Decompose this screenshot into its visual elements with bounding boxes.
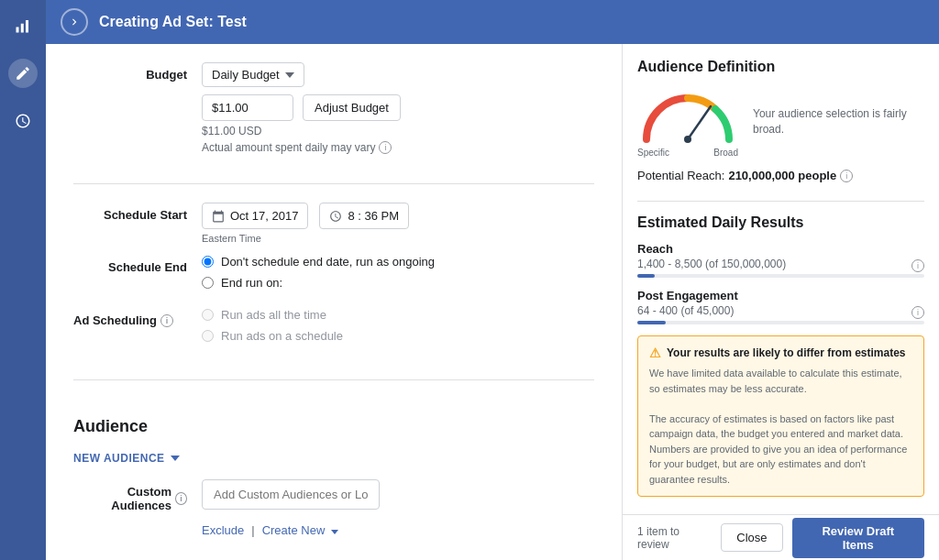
gauge-specific-label: Specific (637, 148, 669, 158)
svg-rect-0 (17, 27, 19, 33)
all-time-radio-label: Run ads all the time (221, 308, 326, 322)
right-panel-content: Audience Definition (623, 44, 939, 514)
date-input[interactable]: Oct 17, 2017 (202, 203, 308, 229)
ongoing-radio-label: Don't schedule end date, run as ongoing (221, 255, 435, 269)
post-engagement-bar-container (637, 321, 924, 324)
budget-row: Budget Daily Budget Adjust Budget $11.00… (73, 62, 594, 154)
ad-scheduling-info-icon[interactable]: i (160, 314, 173, 327)
post-engagement-result: Post Engagement 64 - 400 (of 45,000) i (637, 289, 924, 324)
budget-control: Daily Budget Adjust Budget $11.00 USD Ac… (202, 62, 594, 154)
schedule-end-row: Schedule End Don't schedule end date, ru… (73, 255, 594, 297)
end-run-radio[interactable] (202, 277, 214, 289)
gauge-svg (637, 86, 738, 146)
gauge-labels: Specific Broad (637, 148, 738, 158)
divider (637, 201, 924, 202)
exclude-create-row: Exclude | Create New (202, 523, 594, 537)
estimated-results: Estimated Daily Results Reach 1,400 - 8,… (637, 214, 924, 497)
budget-info-icon[interactable]: i (379, 141, 392, 154)
end-run-radio-option[interactable]: End run on: (202, 276, 594, 290)
sidebar (0, 0, 46, 560)
budget-amount-input[interactable] (202, 94, 293, 121)
on-schedule-radio-option[interactable]: Run ads on a schedule (202, 329, 594, 343)
reach-bar (637, 274, 655, 278)
warning-text: We have limited data available to calcul… (649, 366, 912, 487)
time-input[interactable]: 8 : 36 PM (319, 203, 409, 229)
estimated-results-title: Estimated Daily Results (637, 214, 924, 231)
clock-field-icon (329, 210, 342, 223)
budget-dropdown[interactable]: Daily Budget (202, 62, 304, 87)
clock-sidebar-icon[interactable] (8, 106, 38, 136)
analytics-icon[interactable] (8, 11, 38, 40)
custom-audiences-control (202, 479, 550, 510)
schedule-start-control: Oct 17, 2017 8 : 36 PM Eastern Time (202, 203, 594, 244)
custom-audiences-row: Custom Audiences i (73, 479, 594, 512)
reach-result: Reach 1,400 - 8,500 (of 150,000,000) i (637, 242, 924, 278)
top-bar: Creating Ad Set: Test (46, 0, 939, 44)
review-count: 1 item to review (637, 525, 712, 551)
form-panel: Budget Daily Budget Adjust Budget $11.00… (46, 44, 623, 560)
gauge-container: Specific Broad Your audience selection i… (637, 86, 924, 158)
warning-title: ⚠ Your results are likely to differ from… (649, 346, 912, 360)
svg-rect-1 (21, 24, 24, 33)
all-time-radio-option[interactable]: Run ads all the time (202, 308, 594, 322)
potential-reach-label: Potential Reach: (637, 169, 724, 182)
ongoing-radio[interactable] (202, 256, 214, 268)
audience-description: Your audience selection is fairly broad. (753, 106, 924, 137)
new-audience-button[interactable]: NEW AUDIENCE (73, 452, 180, 465)
warning-triangle-icon: ⚠ (649, 346, 661, 360)
post-engagement-label: Post Engagement (637, 289, 924, 302)
on-schedule-radio[interactable] (202, 330, 214, 342)
adjust-budget-button[interactable]: Adjust Budget (303, 94, 401, 121)
create-new-link[interactable]: Create New (262, 523, 338, 537)
all-time-radio[interactable] (202, 309, 214, 321)
custom-audiences-input[interactable] (202, 479, 380, 510)
post-engagement-value: 64 - 400 (of 45,000) (637, 304, 734, 317)
ad-scheduling-control: Run ads all the time Run ads on a schedu… (202, 308, 594, 350)
footer: 1 item to review Close Review Draft Item… (623, 514, 939, 560)
schedule-start-row: Schedule Start Oct 17, 2017 8 : 36 PM (73, 203, 594, 244)
audience-title: Audience (73, 417, 594, 436)
custom-audiences-label: Custom Audiences i (73, 479, 202, 512)
back-button[interactable] (61, 8, 88, 36)
calendar-icon (212, 210, 225, 223)
new-audience-arrow-icon (171, 456, 180, 461)
reach-info-icon[interactable]: i (911, 259, 924, 272)
potential-reach-value: 210,000,000 people (728, 169, 836, 182)
review-draft-button[interactable]: Review Draft Items (792, 518, 924, 558)
post-engagement-info-icon[interactable]: i (911, 306, 924, 319)
audience-def-title: Audience Definition (637, 59, 924, 75)
schedule-inputs: Oct 17, 2017 8 : 36 PM (202, 203, 594, 229)
audience-definition: Audience Definition (637, 59, 924, 182)
custom-audiences-info-icon[interactable]: i (175, 492, 187, 505)
schedule-end-control: Don't schedule end date, run as ongoing … (202, 255, 594, 297)
reach-bar-container (637, 274, 924, 278)
audience-section: Audience NEW AUDIENCE Custom Audiences i (73, 399, 594, 555)
page-title: Creating Ad Set: Test (99, 14, 247, 30)
svg-line-3 (688, 106, 711, 139)
potential-reach-info-icon[interactable]: i (840, 170, 853, 182)
on-schedule-radio-label: Run ads on a schedule (221, 329, 343, 343)
create-new-arrow-icon (331, 530, 338, 534)
dropdown-arrow-icon (285, 72, 294, 78)
budget-input-row: Adjust Budget (202, 94, 594, 121)
edit-icon[interactable] (8, 59, 38, 88)
audience-gauge (637, 86, 738, 146)
end-run-radio-label: End run on: (221, 276, 282, 290)
svg-rect-2 (26, 20, 28, 33)
budget-section: Budget Daily Budget Adjust Budget $11.00… (73, 62, 594, 184)
warning-box: ⚠ Your results are likely to differ from… (637, 335, 924, 497)
right-panel: Audience Definition (623, 44, 939, 560)
budget-label: Budget (73, 62, 202, 82)
potential-reach: Potential Reach: 210,000,000 people i (637, 169, 924, 182)
schedule-start-section: Schedule Start Oct 17, 2017 8 : 36 PM (73, 203, 594, 380)
ongoing-radio-option[interactable]: Don't schedule end date, run as ongoing (202, 255, 594, 269)
exclude-link[interactable]: Exclude (202, 523, 244, 537)
date-value: Oct 17, 2017 (230, 209, 298, 223)
gauge-wrapper: Specific Broad (637, 86, 738, 158)
time-value: 8 : 36 PM (348, 209, 399, 223)
ad-scheduling-row: Ad Scheduling i Run ads all the time (73, 308, 594, 350)
reach-value: 1,400 - 8,500 (of 150,000,000) (637, 258, 786, 270)
schedule-start-label: Schedule Start (73, 203, 202, 222)
svg-point-4 (684, 136, 691, 143)
close-button[interactable]: Close (721, 523, 782, 552)
